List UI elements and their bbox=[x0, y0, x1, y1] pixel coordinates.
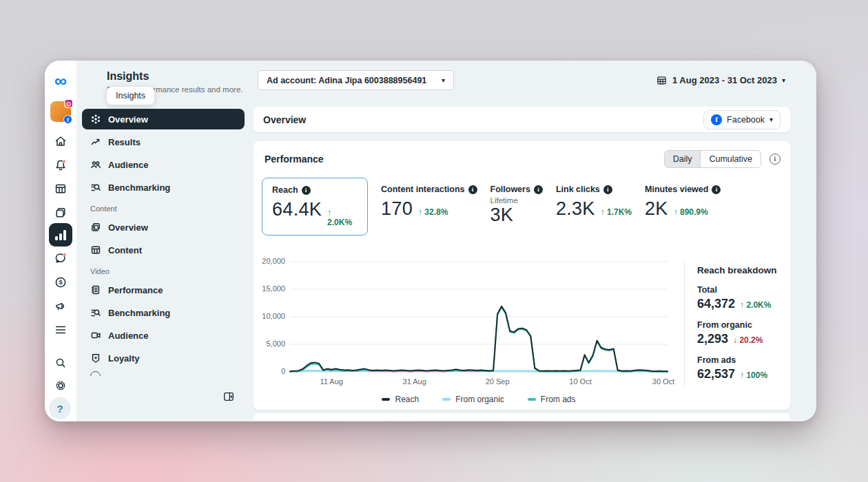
info-icon: i bbox=[603, 185, 612, 194]
breakdown-delta: ↑ 2.0K% bbox=[740, 300, 771, 310]
y-tick-label: 0 bbox=[281, 367, 285, 375]
y-tick-label: 10,000 bbox=[262, 312, 285, 320]
insights-button-selected[interactable] bbox=[49, 223, 72, 247]
menu-item-video-loyalty[interactable]: Loyalty bbox=[82, 348, 245, 368]
menu-item-partial-icon bbox=[90, 371, 101, 376]
ads-button[interactable] bbox=[49, 295, 72, 318]
megaphone-icon bbox=[54, 300, 68, 313]
breakdown-row-ads: From ads 62,537 ↑ 100% bbox=[697, 355, 781, 381]
channel-label: Facebook bbox=[727, 115, 765, 125]
channel-select[interactable]: f Facebook ▾ bbox=[703, 110, 781, 129]
breakdown-label: From ads bbox=[697, 355, 781, 365]
meta-business-suite-window: ∞ f bbox=[45, 61, 816, 421]
legend-swatch-icon bbox=[442, 398, 451, 401]
instagram-badge-icon bbox=[64, 99, 73, 108]
bar-chart-icon bbox=[55, 230, 66, 240]
overview-title: Overview bbox=[263, 114, 306, 125]
chevron-down-icon: ▾ bbox=[769, 116, 773, 123]
settings-button[interactable] bbox=[49, 374, 72, 397]
search-button[interactable] bbox=[49, 351, 72, 375]
avatar: f bbox=[50, 101, 71, 122]
info-icon[interactable]: i bbox=[769, 154, 781, 165]
benchmark-search-icon bbox=[90, 307, 101, 318]
metric-sublabel: Lifetime bbox=[490, 196, 543, 205]
asterisk-icon bbox=[90, 114, 101, 125]
chat-bubble-icon bbox=[54, 251, 68, 265]
menu-section-video: Video bbox=[82, 267, 245, 275]
hamburger-menu-icon bbox=[54, 323, 68, 337]
metric-content-interactions[interactable]: Content interactionsi 170 ↑ 32.8% bbox=[381, 178, 477, 235]
monetization-button[interactable]: $ bbox=[49, 271, 72, 294]
metric-value: 3K bbox=[490, 205, 514, 226]
ad-account-select[interactable]: Ad account: Adina Jipa 6003888956491 ▾ bbox=[258, 70, 454, 90]
menu-item-video-audience[interactable]: Audience bbox=[82, 325, 245, 346]
metric-reach[interactable]: Reachi 64.4K ↑ 2.0K% bbox=[262, 178, 368, 235]
menu-list: Overview Results Audience Benchmarking C… bbox=[82, 109, 245, 376]
toggle-cumulative[interactable]: Cumulative bbox=[701, 151, 761, 167]
menu-item-audience[interactable]: Audience bbox=[82, 154, 245, 175]
meta-logo[interactable]: ∞ bbox=[49, 69, 72, 92]
toggle-daily[interactable]: Daily bbox=[665, 151, 701, 167]
date-range-picker[interactable]: 1 Aug 2023 - 31 Oct 2023 ▾ bbox=[656, 74, 785, 86]
business-avatar[interactable]: f bbox=[49, 100, 72, 123]
table-grid-icon bbox=[90, 244, 101, 255]
breakdown-row-organic: From organic 2,293 ↓ 20.2% bbox=[697, 320, 781, 346]
metric-delta: ↑ 32.8% bbox=[418, 207, 448, 217]
page-title: Insights bbox=[107, 70, 254, 83]
performance-card: Performance Daily Cumulative i Reachi 64… bbox=[254, 141, 790, 410]
media-stack-icon bbox=[90, 222, 101, 233]
metric-link-clicks[interactable]: Link clicksi 2.3K ↑ 1.7K% bbox=[556, 178, 632, 235]
date-range-label: 1 Aug 2023 - 31 Oct 2023 bbox=[672, 75, 777, 85]
metric-minutes-viewed[interactable]: Minutes viewedi 2K ↑ 890.9% bbox=[645, 178, 721, 235]
menu-item-video-performance[interactable]: Performance bbox=[82, 280, 245, 300]
metric-value: 2K bbox=[645, 198, 668, 220]
metric-label: Reach bbox=[272, 185, 298, 195]
facebook-badge-icon: f bbox=[63, 115, 72, 124]
planner-button[interactable] bbox=[49, 177, 72, 200]
legend-item[interactable]: From organic bbox=[442, 395, 504, 404]
x-tick-label: 20 Sep bbox=[486, 377, 510, 386]
breakdown-value: 62,537 bbox=[697, 367, 735, 381]
help-button[interactable]: ? bbox=[49, 397, 71, 419]
menu-item-video-benchmarking[interactable]: Benchmarking bbox=[82, 302, 245, 323]
chevron-down-icon: ▾ bbox=[442, 76, 445, 84]
info-icon: i bbox=[468, 185, 477, 194]
menu-item-label: Overview bbox=[108, 222, 148, 233]
metric-value: 2.3K bbox=[556, 198, 595, 220]
x-tick-label: 30 Oct bbox=[652, 377, 674, 386]
menu-item-benchmarking[interactable]: Benchmarking bbox=[82, 177, 245, 198]
collapse-sidebar-button[interactable] bbox=[223, 390, 235, 403]
menu-item-content-content[interactable]: Content bbox=[82, 240, 245, 260]
panel-collapse-icon bbox=[223, 390, 235, 403]
menu-item-label: Loyalty bbox=[108, 353, 140, 364]
overview-card: Overview f Facebook ▾ bbox=[254, 107, 790, 132]
all-tools-button[interactable] bbox=[49, 318, 72, 342]
menu-item-content-overview[interactable]: Overview bbox=[82, 217, 245, 238]
meta-infinity-icon: ∞ bbox=[54, 72, 67, 90]
home-button[interactable] bbox=[49, 129, 72, 153]
notifications-button[interactable] bbox=[49, 154, 72, 177]
x-tick-label: 10 Oct bbox=[569, 377, 591, 386]
breakdown-value: 2,293 bbox=[697, 332, 728, 346]
legend-item[interactable]: From ads bbox=[528, 395, 576, 404]
content-button[interactable] bbox=[49, 201, 72, 224]
reach-line-chart[interactable] bbox=[290, 262, 668, 372]
metric-delta: ↑ 2.0K% bbox=[327, 208, 358, 227]
legend-label: From organic bbox=[455, 395, 504, 404]
nav-rail: ∞ f bbox=[45, 61, 76, 421]
gear-icon bbox=[54, 379, 68, 392]
benchmark-search-icon bbox=[90, 182, 101, 193]
trend-arrow-icon bbox=[90, 136, 101, 147]
inbox-button[interactable] bbox=[49, 247, 72, 270]
menu-item-label: Content bbox=[108, 245, 142, 255]
badge-heart-icon bbox=[90, 353, 101, 364]
menu-item-results[interactable]: Results bbox=[82, 132, 245, 152]
menu-item-overview[interactable]: Overview bbox=[82, 109, 245, 129]
metric-followers[interactable]: Followersi Lifetime 3K bbox=[490, 178, 543, 235]
metric-delta: ↑ 1.7K% bbox=[601, 207, 632, 217]
breakdown-row-total: Total 64,372 ↑ 2.0K% bbox=[697, 285, 781, 311]
menu-item-label: Performance bbox=[108, 285, 163, 295]
legend-item[interactable]: Reach bbox=[382, 395, 419, 404]
ad-account-label: Ad account: Adina Jipa 6003888956491 bbox=[267, 76, 426, 85]
menu-item-label: Benchmarking bbox=[108, 182, 170, 193]
